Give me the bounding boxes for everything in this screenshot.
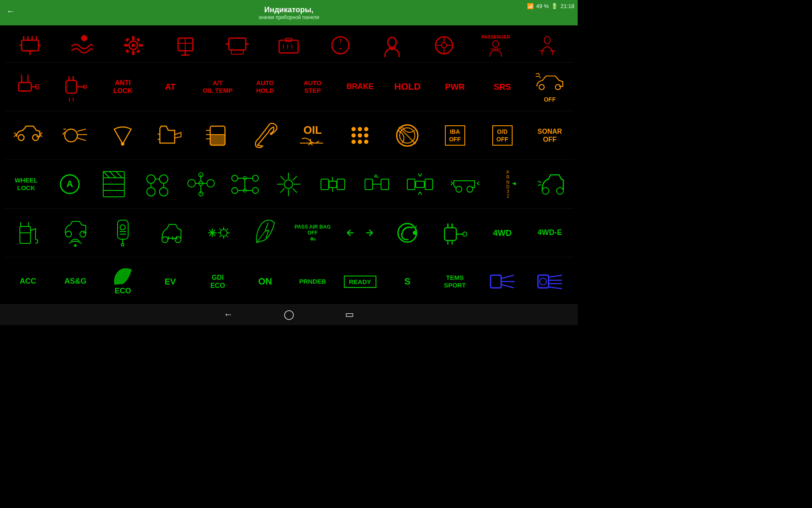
svg-point-175 [162,237,168,243]
svg-text:A: A [66,179,73,189]
s-label: S [404,276,411,287]
ready-label: READY [344,276,376,288]
icon-row-0: ! PASSENGER [4,29,573,63]
svg-line-133 [280,188,285,193]
svg-rect-12 [132,51,134,55]
svg-rect-26 [279,40,298,53]
cell-car-horn-off: OFF [526,63,573,111]
svg-point-117 [252,175,258,181]
cell-ready: READY [336,257,384,304]
svg-point-118 [232,188,238,193]
cell-4wd-4l: 4L [354,160,398,208]
svg-line-100 [116,171,122,178]
svg-point-103 [147,188,155,196]
cell-plug-connector [52,63,99,111]
svg-point-82 [364,127,368,131]
cell-headlight [52,111,99,160]
cell-wheel-lock: WHEELLOCK [4,160,48,208]
srs-label: SRS [494,82,511,92]
cell-key-fob [99,209,146,257]
svg-line-213 [549,287,562,289]
sim-icon: 📶 [527,3,534,9]
svg-rect-147 [425,179,433,190]
svg-line-65 [77,129,86,131]
eco-label: ECO [115,287,131,295]
svg-rect-18 [136,49,140,53]
icon-row-1: ANTILOCK AT A/TOIL TEMP AUTOHOLD AUTOSTE… [4,63,573,111]
svg-line-193 [227,229,228,230]
cell-fuel-pump [4,209,52,257]
svg-rect-162 [20,226,30,243]
tems-sport-label: TEMSSPORT [444,274,466,289]
svg-point-159 [557,188,563,194]
time-display: 21:18 [560,3,574,9]
cell-circle-no [384,111,431,160]
svg-text:2: 2 [507,194,509,199]
svg-rect-136 [337,179,345,190]
cell-dots-grid [336,111,384,160]
auto-hold-label: AUTOHOLD [256,79,274,94]
cell-od-off: O/DOFF [479,111,526,160]
recents-nav-button[interactable]: ▭ [345,309,354,320]
cell-passenger: PASSENGER [470,29,521,62]
cell-pass-airbag-off: PASS AIR BAGOFF ⊗₂ [289,209,336,257]
on-label: ON [258,276,272,287]
cell-gdi-eco: GDIECO [194,257,241,304]
svg-point-172 [121,243,124,246]
acc-label: ACC [20,277,36,286]
svg-point-166 [66,231,71,237]
svg-rect-15 [125,38,129,42]
svg-line-131 [293,188,297,193]
svg-text:3: 3 [507,189,509,194]
pwr-label: PWR [445,82,465,92]
cell-diff-gear [311,160,355,208]
cell-cog [108,29,159,62]
svg-point-60 [539,84,544,89]
svg-text:!: ! [339,38,341,44]
nav-bar: ← ◯ ▭ [0,304,578,325]
gdi-eco-label: GDIECO [210,273,225,290]
svg-point-81 [358,127,362,131]
header-title: Индикаторы, [264,6,313,14]
cell-car-wifi [52,209,99,257]
svg-line-208 [501,284,514,288]
svg-line-192 [219,236,221,237]
svg-rect-16 [136,38,140,42]
svg-point-168 [74,244,77,247]
svg-line-206 [501,275,514,279]
home-nav-button[interactable]: ◯ [284,309,294,320]
cell-wrench [241,111,289,160]
svg-line-130 [280,176,285,180]
asg-label: AS&G [64,277,86,286]
svg-point-104 [159,188,168,196]
svg-rect-205 [491,275,501,288]
cell-hold: HOLD [384,63,431,111]
battery-text: 49 % [536,3,549,9]
back-nav-button[interactable]: ← [224,309,233,320]
cell-at-oil-temp: A/TOIL TEMP [194,63,241,111]
cell-r0c6: ! [315,29,366,62]
icon-grid: ! PASSENGER [0,25,578,304]
cell-circle-a: A [48,160,92,208]
ev-label: EV [165,276,176,287]
svg-point-109 [207,179,214,187]
cell-car-arrows [4,111,52,160]
svg-line-160 [538,181,541,182]
svg-text:R: R [506,175,509,179]
svg-point-85 [364,133,368,138]
svg-line-67 [77,138,86,141]
back-button[interactable]: ← [6,6,15,16]
svg-point-86 [351,140,356,144]
pass-airbag-label: PASS AIR BAGOFF [294,224,330,236]
svg-point-61 [555,84,560,89]
wheel-lock-label: WHEELLOCK [15,177,38,192]
svg-rect-134 [321,179,329,190]
cell-ev: EV [147,257,194,304]
icon-row-3: WHEELLOCK A [4,160,573,209]
od-off-label: O/DOFF [492,125,513,146]
svg-point-214 [540,278,546,285]
auto-step-label: AUTOSTEP [304,79,321,94]
svg-text:4L: 4L [374,174,379,179]
svg-rect-73 [210,135,225,145]
svg-point-41 [493,41,499,47]
